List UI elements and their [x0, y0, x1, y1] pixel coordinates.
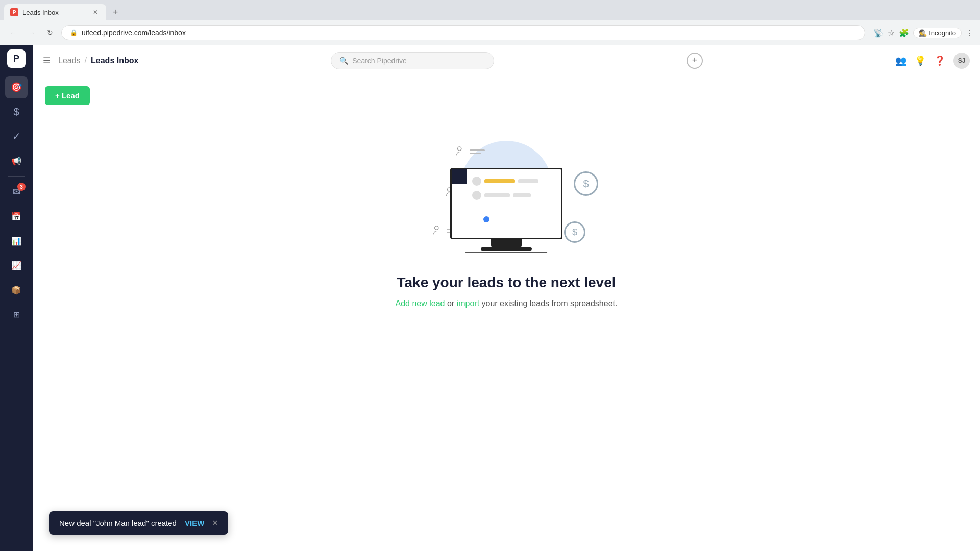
search-bar[interactable]: 🔍 Search Pipedrive [331, 52, 494, 69]
campaigns-icon: 📢 [11, 156, 21, 166]
app-layout: P 🎯 $ ✓ 📢 ✉ 3 📅 📊 📈 📦 ⊞ [0, 45, 980, 551]
incognito-badge: 🕵 Incognito [913, 28, 962, 38]
sidebar-item-calendar[interactable]: 📅 [5, 205, 28, 228]
illus-blue-dot [483, 216, 489, 222]
search-icon: 🔍 [339, 57, 348, 65]
monitor-row-2 [472, 191, 556, 200]
empty-state: $ $ Take your leads to the next level Ad… [45, 105, 968, 339]
nav-bar: ← → ↻ 🔒 uifeed.pipedrive.com/leads/inbox… [0, 20, 980, 45]
toast-message: New deal "John Man lead" created [59, 519, 177, 528]
sidebar-divider [8, 176, 24, 177]
sidebar-item-deals[interactable]: $ [5, 101, 28, 123]
mail-badge: 3 [17, 183, 26, 191]
illus-coin-2: $ [564, 221, 585, 243]
reports-icon: 📊 [11, 236, 21, 246]
user-avatar[interactable]: SJ [953, 53, 970, 69]
monitor-stand [491, 239, 522, 247]
tab-close-button[interactable]: ✕ [91, 8, 100, 17]
add-new-lead-link[interactable]: Add new lead [396, 299, 445, 308]
lightbulb-icon[interactable]: 💡 [915, 55, 926, 66]
illus-monitor [450, 168, 562, 253]
deals-icon: $ [13, 106, 19, 118]
toast-view-button[interactable]: VIEW [185, 519, 204, 528]
monitor-screen [450, 168, 562, 239]
monitor-bar-yellow [484, 179, 515, 183]
incognito-label: Incognito [929, 29, 956, 37]
contacts-icon[interactable]: 👥 [895, 55, 906, 66]
illus-coin-1: $ [574, 171, 598, 196]
breadcrumb: Leads / Leads Inbox [58, 56, 138, 65]
sidebar-item-activities[interactable]: ✓ [5, 125, 28, 147]
tab-favicon: P [10, 8, 18, 16]
sidebar-item-mail[interactable]: ✉ 3 [5, 181, 28, 203]
monitor-bar-gray-1 [518, 179, 538, 183]
page-content: + Lead [33, 76, 980, 551]
breadcrumb-separator: / [85, 56, 87, 65]
breadcrumb-current: Leads Inbox [91, 56, 138, 65]
new-tab-button[interactable]: + [108, 5, 122, 19]
monitor-bar-gray-2 [484, 193, 510, 197]
sidebar-logo[interactable]: P [7, 49, 26, 68]
lock-icon: 🔒 [70, 29, 78, 36]
monitor-row-1 [472, 177, 556, 186]
sidebar: P 🎯 $ ✓ 📢 ✉ 3 📅 📊 📈 📦 ⊞ [0, 45, 33, 551]
sidebar-item-products[interactable]: 📦 [5, 279, 28, 301]
forward-button[interactable]: → [24, 26, 39, 40]
illustration: $ $ [404, 126, 608, 258]
nav-extras: 📡 ☆ 🧩 🕵 Incognito ⋮ [873, 28, 974, 38]
monitor-header [452, 169, 467, 184]
monitor-avatar-2 [472, 191, 481, 200]
address-text: uifeed.pipedrive.com/leads/inbox [82, 29, 186, 37]
tab-title: Leads Inbox [22, 9, 59, 16]
illus-person-1 [455, 146, 485, 157]
svg-point-0 [458, 147, 461, 151]
address-bar[interactable]: 🔒 uifeed.pipedrive.com/leads/inbox [61, 25, 865, 40]
empty-state-title: Take your leads to the next level [397, 274, 616, 291]
top-bar-actions: 👥 💡 ❓ SJ [895, 53, 970, 69]
browser-chrome: P Leads Inbox ✕ + ← → ↻ 🔒 uifeed.pipedri… [0, 0, 980, 45]
calendar-icon: 📅 [11, 212, 21, 221]
toast-close-button[interactable]: × [212, 518, 218, 528]
active-tab[interactable]: P Leads Inbox ✕ [4, 4, 106, 20]
sidebar-item-reports[interactable]: 📊 [5, 230, 28, 252]
target-icon: 🎯 [11, 82, 22, 93]
back-button[interactable]: ← [6, 26, 20, 40]
empty-state-or: or [445, 299, 457, 308]
menu-dots-icon[interactable]: ⋮ [966, 28, 974, 38]
activities-icon: ✓ [12, 130, 21, 142]
sidebar-item-target[interactable]: 🎯 [5, 76, 28, 98]
tab-bar: P Leads Inbox ✕ + [0, 0, 980, 20]
cast-icon[interactable]: 📡 [873, 28, 884, 38]
extension-icon[interactable]: 🧩 [899, 28, 909, 38]
monitor-base [481, 247, 532, 251]
menu-icon[interactable]: ☰ [43, 56, 50, 65]
empty-state-suffix: your existing leads from spreadsheet. [479, 299, 617, 308]
import-link[interactable]: import [457, 299, 479, 308]
add-lead-button[interactable]: + Lead [45, 86, 90, 105]
bookmark-icon[interactable]: ☆ [888, 28, 895, 38]
incognito-icon: 🕵 [919, 29, 927, 37]
insights-icon: 📈 [11, 261, 21, 270]
main-content: ☰ Leads / Leads Inbox 🔍 Search Pipedrive… [33, 45, 980, 551]
marketplace-icon: ⊞ [13, 310, 20, 319]
sidebar-item-insights[interactable]: 📈 [5, 254, 28, 277]
monitor-base-line [465, 252, 547, 253]
monitor-avatar-1 [472, 177, 481, 186]
top-bar: ☰ Leads / Leads Inbox 🔍 Search Pipedrive… [33, 45, 980, 76]
add-button[interactable]: + [687, 53, 703, 69]
svg-point-2 [435, 226, 438, 230]
products-icon: 📦 [11, 285, 21, 295]
sidebar-item-marketplace[interactable]: ⊞ [5, 303, 28, 325]
help-icon[interactable]: ❓ [934, 55, 945, 66]
sidebar-item-campaigns[interactable]: 📢 [5, 149, 28, 172]
monitor-bar-gray-3 [513, 193, 531, 197]
toast-notification: New deal "John Man lead" created VIEW × [49, 511, 228, 535]
search-placeholder: Search Pipedrive [352, 57, 407, 65]
empty-state-desc: Add new lead or import your existing lea… [396, 299, 618, 308]
reload-button[interactable]: ↻ [43, 26, 57, 40]
monitor-body [467, 169, 561, 212]
breadcrumb-parent[interactable]: Leads [58, 56, 81, 65]
